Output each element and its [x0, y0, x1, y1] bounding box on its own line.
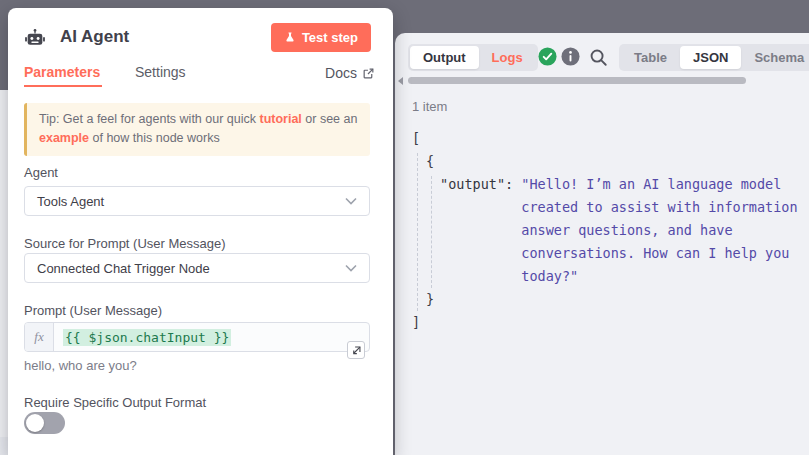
background-panel-edge — [0, 437, 8, 455]
flask-icon — [284, 31, 296, 44]
items-count: 1 item — [412, 99, 447, 114]
tab-json[interactable]: JSON — [680, 46, 741, 69]
output-logs-switcher: Output Logs — [408, 44, 538, 71]
agent-select[interactable]: Tools Agent — [24, 186, 370, 216]
horizontal-scrollbar[interactable] — [408, 77, 746, 84]
json-key: "output": — [440, 176, 513, 192]
success-check-icon — [538, 47, 557, 66]
tip-callout: Tip: Get a feel for agents with our quic… — [24, 103, 370, 156]
prompt-field-label: Prompt (User Message) — [24, 303, 162, 318]
output-panel: Output Logs Table JSON Schema 1 item — [395, 33, 809, 455]
scroll-left-arrow-icon[interactable] — [397, 77, 405, 85]
output-format-toggle[interactable] — [24, 412, 65, 434]
tab-schema[interactable]: Schema — [741, 46, 809, 69]
json-line: { — [395, 150, 809, 173]
docs-link[interactable]: Docs — [325, 65, 375, 81]
test-step-button[interactable]: Test step — [271, 23, 371, 52]
node-title: AI Agent — [60, 27, 129, 47]
json-line: "output":"Hello! I’m an AI language mode… — [395, 173, 809, 196]
json-output-view: [ { "output":"Hello! I’m an AI language … — [395, 127, 809, 334]
info-icon[interactable] — [561, 47, 580, 66]
settings-tabs: Parameters Settings Docs — [24, 64, 377, 90]
example-link[interactable]: example — [39, 131, 89, 145]
chevron-down-icon — [345, 264, 357, 272]
json-line: [ — [395, 127, 809, 150]
json-line: today?" — [395, 265, 809, 288]
tab-settings[interactable]: Settings — [135, 64, 186, 80]
json-line: conversations. How can I help you — [395, 242, 809, 265]
expand-icon — [351, 345, 362, 356]
tab-logs[interactable]: Logs — [479, 46, 536, 69]
json-line: ] — [395, 311, 809, 334]
tab-output[interactable]: Output — [410, 46, 479, 69]
chevron-down-icon — [345, 197, 357, 205]
indent-guide — [431, 176, 432, 288]
tab-table[interactable]: Table — [621, 46, 680, 69]
node-header: AI Agent Test step — [24, 23, 377, 55]
node-settings-panel: AI Agent Test step Parameters Settings D… — [8, 8, 393, 455]
display-mode-switcher: Table JSON Schema — [619, 44, 809, 71]
agent-field-label: Agent — [24, 165, 58, 180]
output-format-label: Require Specific Output Format — [24, 395, 206, 410]
json-value: "Hello! I’m an AI language model — [521, 176, 781, 192]
background-panel-edge — [0, 90, 8, 437]
toggle-knob — [26, 414, 44, 432]
json-line: } — [395, 288, 809, 311]
expression-value[interactable]: {{ $json.chatInput }} — [54, 323, 231, 351]
source-select[interactable]: Connected Chat Trigger Node — [24, 253, 370, 283]
prompt-expression-input[interactable]: fx {{ $json.chatInput }} — [24, 322, 370, 352]
ndv-overlay: Output Logs Table JSON Schema 1 item — [0, 0, 809, 455]
fx-badge: fx — [25, 323, 54, 351]
external-link-icon — [362, 67, 375, 80]
indent-guide — [417, 153, 418, 311]
tab-parameters[interactable]: Parameters — [24, 64, 100, 80]
json-line: created to assist with information — [395, 196, 809, 219]
robot-icon — [24, 28, 46, 50]
json-line: answer questions, and have — [395, 219, 809, 242]
source-field-label: Source for Prompt (User Message) — [24, 236, 226, 251]
tutorial-link[interactable]: tutorial — [259, 112, 301, 126]
search-icon[interactable] — [589, 48, 608, 67]
expand-expression-button[interactable] — [347, 341, 365, 359]
output-panel-controls: Output Logs Table JSON Schema — [395, 44, 809, 72]
expression-preview: hello, who are you? — [24, 358, 137, 373]
